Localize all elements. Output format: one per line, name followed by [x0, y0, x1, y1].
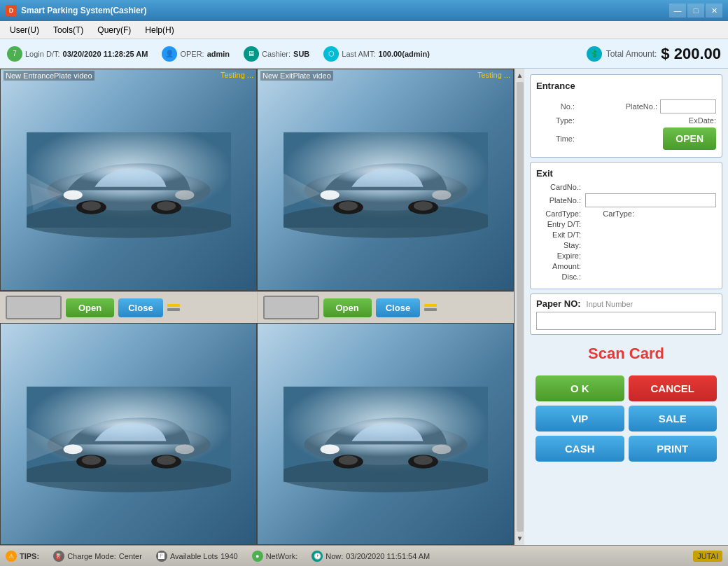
- action-buttons: O K CANCEL VIP SALE CASH PRINT: [530, 373, 722, 464]
- exit-open-button[interactable]: Open: [323, 298, 372, 317]
- entrance-car-image-2: [1, 324, 256, 544]
- exit-section-title: Exit: [536, 168, 716, 179]
- print-button[interactable]: PRINT: [629, 436, 718, 462]
- menu-query[interactable]: Query(F): [90, 23, 138, 37]
- svg-point-17: [413, 201, 432, 211]
- last-amt-info: ⬡ Last AMT: 100.00(admin): [323, 46, 430, 62]
- svg-point-4: [175, 190, 194, 200]
- now-label: Now:: [326, 552, 343, 560]
- oper-icon: 👤: [162, 46, 177, 62]
- oper-info: 👤 OPER: admin: [162, 46, 230, 62]
- status-bar: ⚠ TIPS: ⛽ Charge Mode: Center 🅿 Availabl…: [0, 545, 728, 566]
- cashier-label: Cashier:: [262, 50, 290, 58]
- svg-point-31: [432, 444, 451, 454]
- scroll-up[interactable]: ▲: [515, 70, 525, 81]
- maximize-button[interactable]: □: [687, 4, 704, 18]
- title-bar: D Smart Parking System(Cashier) — □ ✕: [0, 0, 728, 21]
- entrance-plateno-input[interactable]: [660, 99, 716, 113]
- exit-section: Exit CardNo.: PlateNo.: CardType: CarTyp…: [530, 162, 722, 289]
- svg-point-30: [320, 444, 339, 454]
- entrance-type-label: Type:: [536, 116, 575, 125]
- entrance-section: Entrance No.: PlateNo.: Type: ExDate:: [530, 74, 722, 158]
- entrance-close-button[interactable]: Close: [118, 298, 162, 317]
- scroll-down[interactable]: ▼: [515, 533, 525, 544]
- network-item: ● NetWork:: [252, 551, 298, 562]
- svg-point-8: [156, 201, 175, 211]
- cash-button[interactable]: CASH: [536, 436, 624, 462]
- login-value: 03/20/2020 11:28:25 AM: [63, 50, 148, 58]
- info-bar: 7 Login D/T: 03/20/2020 11:28:25 AM 👤 OP…: [0, 39, 728, 69]
- tips-icon: ⚠: [6, 551, 17, 562]
- left-panel: New EntrancePlate video Testing ...: [0, 69, 514, 545]
- svg-point-26: [156, 455, 175, 465]
- exit-cartype-label: CarType:: [596, 209, 638, 218]
- scan-card-label[interactable]: Scan Card: [588, 345, 664, 362]
- exit-plateno-input[interactable]: [585, 193, 716, 207]
- exit-video-label: New ExitPlate video: [260, 71, 333, 81]
- last-amt-label: Last AMT:: [342, 50, 375, 58]
- menu-help[interactable]: Help(H): [138, 23, 181, 37]
- right-panel: Entrance No.: PlateNo.: Type: ExDate:: [524, 69, 728, 545]
- oper-label: OPER:: [180, 50, 204, 58]
- vip-button[interactable]: VIP: [536, 406, 624, 432]
- svg-point-12: [320, 190, 339, 200]
- paper-no-input[interactable]: [536, 312, 716, 330]
- svg-point-3: [63, 190, 82, 200]
- svg-point-35: [413, 455, 432, 465]
- login-info: 7 Login D/T: 03/20/2020 11:28:25 AM: [7, 46, 148, 62]
- ok-button[interactable]: O K: [536, 375, 624, 401]
- available-lots-item: 🅿 Available Lots 1940: [156, 551, 238, 562]
- exit-amount-label: Amount:: [536, 262, 585, 270]
- entrance-plate-display: [6, 296, 62, 319]
- exit-signal: [424, 304, 437, 311]
- minimize-button[interactable]: —: [669, 4, 686, 18]
- scan-card-section: Scan Card: [530, 339, 722, 368]
- entrance-video-cell-2: [0, 323, 257, 545]
- entrance-open-button-right[interactable]: OPEN: [663, 127, 716, 150]
- sale-button[interactable]: SALE: [629, 406, 718, 432]
- network-icon: ●: [252, 551, 263, 562]
- svg-point-16: [338, 201, 357, 211]
- entrance-video-label: New EntrancePlate video: [4, 71, 94, 81]
- entrance-no-label: No.:: [536, 102, 575, 111]
- menu-user[interactable]: User(U): [3, 23, 46, 37]
- total-icon: 💲: [587, 46, 602, 62]
- charge-mode-label: Charge Mode:: [67, 552, 116, 560]
- exit-video-status: Testing ...: [477, 71, 510, 79]
- scroll-thumb[interactable]: [517, 82, 524, 532]
- exit-stay-label: Stay:: [536, 241, 585, 249]
- cancel-button[interactable]: CANCEL: [629, 375, 718, 401]
- main-content: New EntrancePlate video Testing ...: [0, 69, 728, 545]
- svg-point-22: [175, 444, 194, 454]
- oper-value: admin: [207, 50, 230, 58]
- now-value: 03/20/2020 11:51:54 AM: [346, 552, 430, 560]
- tips-item: ⚠ TIPS:: [6, 551, 39, 562]
- menu-tools[interactable]: Tools(T): [46, 23, 90, 37]
- top-controls-row: Open Close Open Close: [0, 291, 514, 323]
- exit-video-cell-2: [257, 323, 514, 545]
- entrance-open-button[interactable]: Open: [66, 298, 114, 317]
- paper-no-label: Paper NO:: [536, 298, 581, 309]
- svg-point-7: [81, 201, 100, 211]
- now-item: 🕐 Now: 03/20/2020 11:51:54 AM: [312, 551, 430, 562]
- entrance-section-title: Entrance: [536, 81, 575, 91]
- charge-mode-icon: ⛽: [53, 551, 64, 562]
- close-button[interactable]: ✕: [706, 4, 722, 18]
- exit-video-cell: New ExitPlate video Testing ...: [257, 69, 514, 291]
- available-lots-icon: 🅿: [156, 551, 167, 562]
- now-icon: 🕐: [312, 551, 323, 562]
- entrance-plateno-label: PlateNo.:: [619, 102, 657, 111]
- entrance-exdate-label: ExDate:: [678, 116, 716, 125]
- available-lots-label: Available Lots: [170, 552, 218, 560]
- cashier-info: 🖥 Cashier: SUB: [244, 46, 309, 62]
- exit-close-button[interactable]: Close: [376, 298, 420, 317]
- app-title: Smart Parking System(Cashier): [21, 6, 146, 15]
- exit-cardtype-label: CardType:: [536, 209, 585, 218]
- left-scrollbar[interactable]: ▲ ▼: [514, 69, 524, 545]
- login-label: Login D/T:: [25, 50, 60, 58]
- total-amount-info: 💲 Total Amount: $ 200.00: [587, 45, 721, 63]
- paper-no-section: Paper NO: Input Number: [530, 294, 722, 335]
- exit-expire-label: Expire:: [536, 251, 585, 260]
- entrance-signal: [167, 304, 180, 311]
- paper-no-hint: Input Number: [587, 300, 634, 308]
